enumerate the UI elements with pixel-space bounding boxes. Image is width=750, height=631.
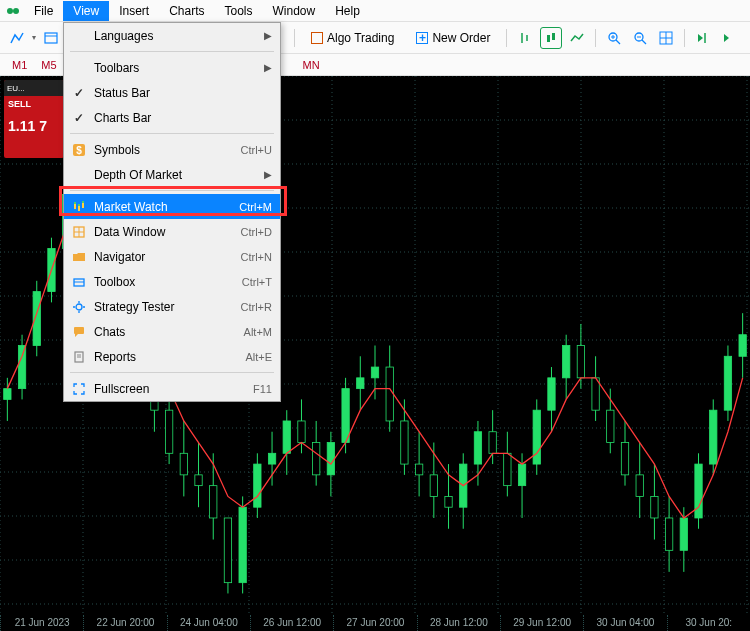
svg-rect-93 <box>371 367 378 378</box>
menu-toolbox[interactable]: Toolbox Ctrl+T <box>64 269 280 294</box>
shift-icon[interactable] <box>718 27 740 49</box>
menu-divider <box>70 190 274 191</box>
menu-item-shortcut: Alt+E <box>245 351 272 363</box>
menu-status-bar[interactable]: ✓ Status Bar <box>64 80 280 105</box>
zoom-out-icon[interactable] <box>629 27 651 49</box>
menu-market-watch[interactable]: Market Watch Ctrl+M <box>64 194 280 219</box>
submenu-arrow-icon: ▶ <box>264 62 272 73</box>
new-order-button[interactable]: + New Order <box>407 27 499 49</box>
menu-item-shortcut: Ctrl+D <box>241 226 272 238</box>
timeframe-mn[interactable]: MN <box>297 57 326 73</box>
toolbar-window-icon[interactable] <box>40 27 62 49</box>
chart-line-icon[interactable] <box>566 27 588 49</box>
svg-rect-115 <box>533 410 540 464</box>
svg-rect-73 <box>224 518 231 583</box>
sell-button[interactable]: SELL <box>4 96 64 112</box>
menu-item-label: Data Window <box>94 225 241 239</box>
dollar-icon: $ <box>70 143 88 157</box>
menu-item-label: Chats <box>94 325 244 339</box>
menu-window[interactable]: Window <box>263 1 326 21</box>
svg-rect-139 <box>710 410 717 464</box>
svg-rect-2 <box>45 33 57 43</box>
menu-item-label: Depth Of Market <box>94 168 264 182</box>
grid-icon[interactable] <box>655 27 677 49</box>
algo-trading-button[interactable]: Algo Trading <box>302 27 403 49</box>
toolbar-polyline-icon[interactable] <box>6 27 28 49</box>
menu-charts-bar[interactable]: ✓ Charts Bar <box>64 105 280 130</box>
menu-charts[interactable]: Charts <box>159 1 214 21</box>
svg-rect-91 <box>357 378 364 389</box>
svg-rect-77 <box>254 464 261 507</box>
svg-rect-131 <box>651 496 658 518</box>
menu-data-window[interactable]: Data Window Ctrl+D <box>64 219 280 244</box>
new-order-label: New Order <box>432 31 490 45</box>
one-click-trade-panel[interactable]: EU... SELL 1.11 7 <box>4 80 64 158</box>
menu-item-label: Strategy Tester <box>94 300 241 314</box>
svg-rect-45 <box>18 346 25 389</box>
menu-navigator[interactable]: Navigator Ctrl+N <box>64 244 280 269</box>
chat-icon <box>70 325 88 339</box>
svg-point-151 <box>76 304 82 310</box>
x-axis-tick: 29 Jun 12:00 <box>500 615 583 631</box>
svg-rect-127 <box>621 443 628 475</box>
menu-languages[interactable]: Languages ▶ <box>64 23 280 48</box>
reports-icon <box>70 350 88 364</box>
dropdown-caret-icon[interactable]: ▾ <box>32 33 36 42</box>
chart-candle-icon[interactable] <box>540 27 562 49</box>
menu-item-label: Symbols <box>94 143 241 157</box>
menu-item-label: Toolbox <box>94 275 242 289</box>
svg-rect-135 <box>680 518 687 550</box>
svg-rect-6 <box>547 35 550 42</box>
menu-help[interactable]: Help <box>325 1 370 21</box>
svg-rect-129 <box>636 475 643 497</box>
menu-divider <box>70 372 274 373</box>
svg-rect-101 <box>430 475 437 497</box>
menu-view[interactable]: View <box>63 1 109 21</box>
menu-item-shortcut: F11 <box>253 383 272 395</box>
zoom-in-icon[interactable] <box>603 27 625 49</box>
x-axis-tick: 28 Jun 12:00 <box>417 615 500 631</box>
menu-item-shortcut: Ctrl+T <box>242 276 272 288</box>
svg-rect-133 <box>665 518 672 550</box>
menu-fullscreen[interactable]: Fullscreen F11 <box>64 376 280 401</box>
menu-file[interactable]: File <box>24 1 63 21</box>
menu-strategy-tester[interactable]: Strategy Tester Ctrl+R <box>64 294 280 319</box>
x-axis: 21 Jun 202322 Jun 20:0024 Jun 04:0026 Ju… <box>0 615 750 631</box>
menu-item-shortcut: Ctrl+U <box>241 144 272 156</box>
svg-rect-71 <box>210 486 217 518</box>
x-axis-tick: 21 Jun 2023 <box>0 615 83 631</box>
menu-item-label: Status Bar <box>94 86 272 100</box>
menu-item-shortcut: Ctrl+M <box>239 201 272 213</box>
svg-rect-137 <box>695 464 702 518</box>
timeframe-m5[interactable]: M5 <box>35 57 62 73</box>
menu-depth-of-market[interactable]: Depth Of Market ▶ <box>64 162 280 187</box>
menu-toolbars[interactable]: Toolbars ▶ <box>64 55 280 80</box>
svg-line-9 <box>616 40 620 44</box>
x-axis-tick: 24 Jun 04:00 <box>167 615 250 631</box>
menu-insert[interactable]: Insert <box>109 1 159 21</box>
x-axis-tick: 27 Jun 20:00 <box>333 615 416 631</box>
checkmark-icon: ✓ <box>70 111 88 125</box>
folder-icon <box>70 250 88 264</box>
svg-rect-141 <box>724 356 731 410</box>
svg-rect-69 <box>195 475 202 486</box>
menu-tools[interactable]: Tools <box>215 1 263 21</box>
timeframe-m1[interactable]: M1 <box>6 57 33 73</box>
menu-divider <box>70 133 274 134</box>
toolbar-separator <box>294 29 295 47</box>
menubar: File View Insert Charts Tools Window Hel… <box>0 0 750 22</box>
svg-rect-111 <box>504 453 511 485</box>
menu-item-label: Toolbars <box>94 61 264 75</box>
gear-icon <box>70 300 88 314</box>
fullscreen-icon <box>70 382 88 396</box>
scroll-end-icon[interactable] <box>692 27 714 49</box>
symbol-label: EU... <box>4 80 64 96</box>
menu-item-shortcut: Ctrl+N <box>241 251 272 263</box>
menu-chats[interactable]: Chats Alt+M <box>64 319 280 344</box>
menu-symbols[interactable]: $ Symbols Ctrl+U <box>64 137 280 162</box>
svg-rect-103 <box>445 496 452 507</box>
svg-rect-47 <box>33 292 40 346</box>
svg-rect-143 <box>739 335 746 357</box>
menu-reports[interactable]: Reports Alt+E <box>64 344 280 369</box>
chart-bar-icon[interactable] <box>514 27 536 49</box>
